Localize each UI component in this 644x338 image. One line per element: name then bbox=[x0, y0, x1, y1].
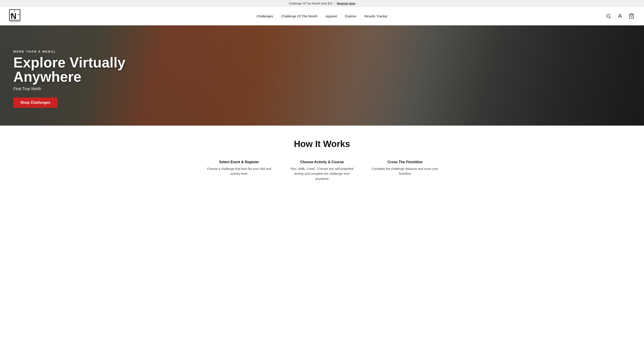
announcement-bar: Challenge Of The Month Only $22 | Regist… bbox=[0, 0, 644, 7]
how-it-works-section: How It Works Select Event & Register Cho… bbox=[0, 126, 644, 195]
step-3-title: Cross The Finishline bbox=[370, 160, 440, 164]
announcement-text: Challenge Of The Month Only $22 bbox=[289, 2, 332, 5]
logo[interactable]: N TRUE NORTH bbox=[9, 9, 36, 23]
step-2: Choose Activity & Course Run, Walk, Craw… bbox=[283, 158, 361, 184]
site-header: N TRUE NORTH Challenges Challenge Of The… bbox=[0, 7, 644, 25]
account-icon bbox=[617, 13, 623, 19]
hero-content: MORE THAN A MEDAL Explore Virtually Anyw… bbox=[13, 50, 169, 108]
step-3: Cross The Finishline Complete the challe… bbox=[366, 158, 444, 184]
nav-challenge-of-month[interactable]: Challenge Of The Month bbox=[281, 14, 318, 18]
nav-apparel[interactable]: Apparel bbox=[326, 14, 337, 18]
steps-grid: Select Event & Register Choose a challen… bbox=[200, 158, 444, 184]
announcement-divider: | bbox=[334, 2, 335, 5]
svg-point-9 bbox=[619, 14, 621, 16]
header-icons bbox=[605, 13, 635, 20]
nav-results-tracker[interactable]: Results Tracker bbox=[364, 14, 388, 18]
cart-button[interactable] bbox=[628, 13, 635, 20]
search-icon bbox=[606, 13, 611, 19]
search-button[interactable] bbox=[605, 13, 612, 20]
hero-eyebrow: MORE THAN A MEDAL bbox=[13, 50, 169, 53]
nav-explore[interactable]: Explore bbox=[345, 14, 356, 18]
step-1-title: Select Event & Register bbox=[204, 160, 274, 164]
cart-icon bbox=[629, 13, 634, 19]
svg-text:N: N bbox=[11, 12, 16, 21]
svg-line-8 bbox=[610, 17, 611, 19]
main-nav: Challenges Challenge Of The Month Appare… bbox=[256, 14, 388, 18]
svg-text:TRUE NORTH: TRUE NORTH bbox=[9, 21, 20, 22]
hero-section: MORE THAN A MEDAL Explore Virtually Anyw… bbox=[0, 25, 644, 126]
hero-title: Explore Virtually Anywhere bbox=[13, 55, 169, 84]
svg-point-7 bbox=[607, 14, 610, 17]
nav-challenges[interactable]: Challenges bbox=[256, 14, 273, 18]
logo-icon: N TRUE NORTH bbox=[9, 9, 20, 23]
step-1: Select Event & Register Choose a challen… bbox=[200, 158, 278, 184]
account-button[interactable] bbox=[616, 13, 624, 20]
announcement-link[interactable]: Register Now bbox=[337, 2, 355, 5]
step-2-title: Choose Activity & Course bbox=[287, 160, 357, 164]
step-2-description: Run, Walk, Crawl - Choose any self prope… bbox=[287, 166, 357, 181]
step-3-description: Complete the challenge distance and cros… bbox=[370, 166, 440, 176]
hero-subtitle: Find True North bbox=[13, 87, 169, 91]
how-it-works-title: How It Works bbox=[9, 139, 635, 149]
shop-challenges-button[interactable]: Shop Challenges bbox=[13, 98, 57, 108]
step-1-description: Choose a challenge that best fits your s… bbox=[204, 166, 274, 176]
